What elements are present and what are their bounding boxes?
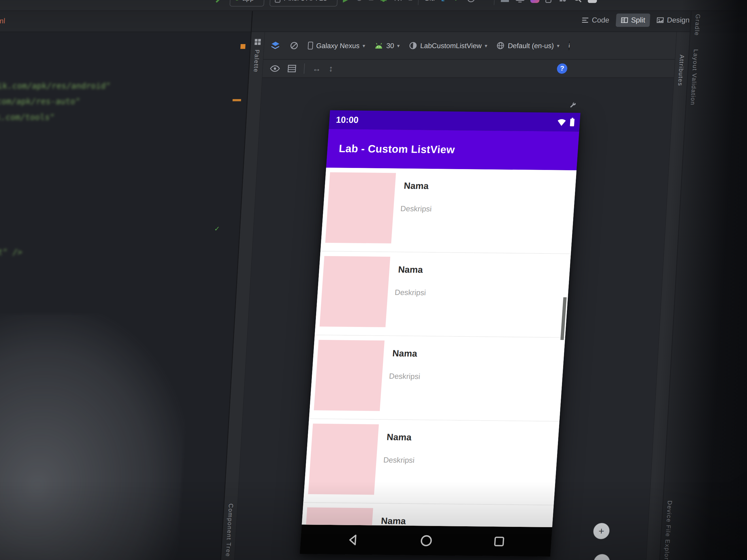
history-clock-icon[interactable] [466,0,476,3]
toolbar-separator [418,0,419,5]
item-subtitle: Deskripsi [400,204,432,213]
code-editor-pane[interactable]: mik.com/apk/res/android" .com/apk/res-au… [0,32,251,560]
file-tab-fragment[interactable]: ml [0,17,5,25]
design-canvas[interactable]: 10:00 Lab - Custom ListView Nama Des [234,78,674,560]
status-icons [557,117,575,127]
device-phone-icon [308,42,313,50]
orientation-icon[interactable] [289,41,299,50]
list-item[interactable]: Nama [302,503,553,527]
logcat-monitor-icon[interactable] [515,0,525,3]
view-options-eye-icon[interactable] [270,64,280,72]
target-device-select[interactable]: Pixel 3 API 28 ▾ [269,0,338,6]
window-restore-icon[interactable] [588,0,597,3]
rerun-icon[interactable]: ↻ [355,0,363,3]
locale-select[interactable]: Default (en-us) ▾ [496,42,560,50]
help-question-icon[interactable]: ? [557,63,568,74]
chevron-down-icon: ▾ [257,0,260,1]
resize-horizontal-icon[interactable]: ↔ [312,64,321,73]
gradle-tab[interactable]: Gradle [693,14,701,36]
inspection-ok-icon: ✓ [214,225,220,233]
recents-button[interactable] [492,535,506,548]
warning-stripe-icon[interactable] [233,99,241,101]
project-folder-icon[interactable] [500,0,510,3]
toolbar-separator [494,0,495,5]
list-item[interactable]: Nama Deskripsi [309,335,565,422]
app-bar: Lab - Custom ListView [326,129,579,170]
git-update-icon[interactable]: ↙ [440,0,448,3]
item-subtitle: Deskripsi [394,288,426,297]
item-title: Nama [386,432,412,443]
battery-icon [569,117,575,127]
zoom-out-button[interactable]: − [593,554,610,560]
status-bar: 10:00 [329,110,581,132]
editor-tab-bar: ml [0,11,252,32]
chevron-down-icon: ▾ [362,42,365,49]
item-title: Nama [398,264,423,275]
device-file-explorer-tab[interactable]: Device File Explorer [663,500,673,560]
theme-icon [409,42,418,50]
preview-device-label: Galaxy Nexus [316,42,360,50]
chevron-down-icon: ▾ [397,42,400,49]
debug-bug-icon[interactable] [379,0,388,3]
home-button[interactable] [418,533,434,548]
api-version-select[interactable]: 30 ▾ [374,42,400,50]
wifi-icon [557,118,567,127]
tab-design[interactable]: Design [651,14,695,27]
git-commit-check-icon[interactable]: ✓ [453,0,461,3]
run-config-label: app [242,0,254,2]
profiler-gauge-icon[interactable] [394,0,403,3]
item-subtitle: Deskripsi [383,455,415,465]
modified-marker-icon[interactable] [240,44,246,49]
ai-assistant-icon[interactable] [530,0,540,3]
android-studio-window: app ▾ Pixel 3 API 28 ▾ ▶ ↻ ≡ ■ Git: ↙ ✓ … [0,0,747,560]
tab-code[interactable]: Code [576,14,614,27]
preview-device-select[interactable]: Galaxy Nexus ▾ [308,42,365,50]
palette-tab[interactable]: Palette [253,50,261,73]
android-head-icon [374,42,384,50]
chevron-down-icon: ▾ [485,42,487,49]
git-label: Git: [424,0,435,2]
back-button[interactable] [345,533,361,547]
app-theme-select[interactable]: LabCustomListView ▾ [409,42,488,50]
plugin-icon[interactable] [558,0,567,3]
code-line: rent" /> [0,247,23,257]
photo-glare [0,314,191,560]
issue-panel-icon[interactable]: i [568,41,570,50]
item-image-placeholder [325,172,396,243]
view-mode-grid-icon[interactable] [287,64,296,72]
device-preview-frame[interactable]: 10:00 Lab - Custom ListView Nama Des [300,110,581,557]
design-surface-layers-icon[interactable] [270,40,281,51]
palette-icon[interactable] [254,38,261,45]
target-device-label: Pixel 3 API 28 [284,0,327,2]
run-button[interactable]: ▶ [343,0,350,3]
device-phone-icon [274,0,281,3]
resize-vertical-icon[interactable]: ↕ [329,64,333,73]
status-time: 10:00 [329,115,359,125]
rollback-icon[interactable]: ↶ [481,0,489,3]
list-item[interactable]: Nama Deskripsi [303,419,559,506]
item-title: Nama [392,348,418,359]
run-config-select[interactable]: app ▾ [229,0,265,6]
build-hammer-icon[interactable] [215,0,225,3]
locale-label: Default (en-us) [508,42,554,50]
item-title: Nama [404,181,429,191]
design-toolbar-secondary: ↔ ↕ ? [262,60,675,78]
layout-validation-tab[interactable]: Layout Validation [689,49,699,105]
tab-code-label: Code [592,16,610,24]
zoom-in-button[interactable]: + [593,523,610,539]
editor-mode-toggle: Code Split Design [576,14,695,27]
tab-design-label: Design [667,16,690,24]
attributes-tab[interactable]: Attributes [677,55,685,86]
listview[interactable]: Nama Deskripsi Nama Deskripsi Nama Deskr… [302,168,576,527]
stop-button[interactable]: ■ [408,0,413,2]
list-item[interactable]: Nama Deskripsi [320,168,577,254]
search-everywhere-icon[interactable] [573,0,583,3]
tab-split[interactable]: Split [616,14,650,27]
run-list-icon[interactable]: ≡ [368,0,374,3]
render-options-wrench-icon[interactable] [569,102,577,109]
list-item[interactable]: Nama Deskripsi [315,251,571,338]
component-tree-tab[interactable]: Component Tree [225,504,235,557]
running-devices-icon[interactable] [545,0,553,3]
chevron-down-icon: ▾ [330,0,333,1]
app-bar-title: Lab - Custom ListView [327,142,455,156]
